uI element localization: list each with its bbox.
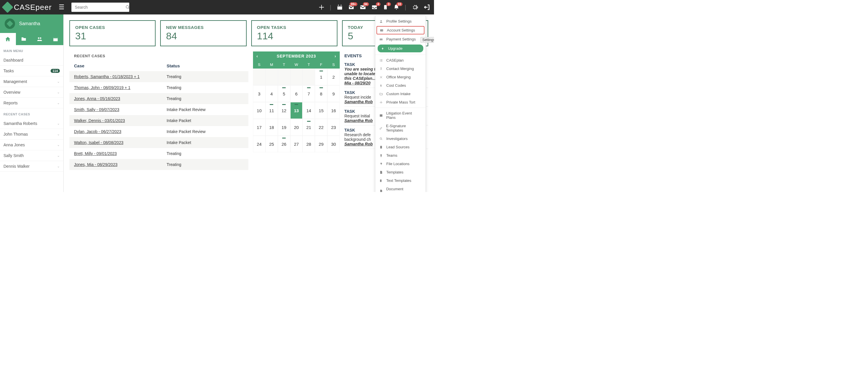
app-logo[interactable]: CASEpeer [3, 3, 52, 12]
settings-menu-item[interactable]: Lead Sources [375, 143, 426, 151]
calendar-day[interactable]: 18 [266, 119, 278, 136]
calendar-day[interactable]: 30 [327, 136, 340, 152]
calendar-day[interactable]: 11 [266, 102, 278, 119]
settings-menu-item[interactable]: Templates [375, 168, 426, 177]
calendar-day[interactable]: 7 [303, 85, 315, 102]
recent-case-link[interactable]: Dennis Walker⌄ [0, 161, 63, 172]
stat-card[interactable]: OPEN CASES31 [69, 20, 156, 46]
plus-icon[interactable] [318, 4, 325, 10]
merge2-icon [379, 75, 383, 79]
menu-item[interactable]: Management⌄ [0, 76, 63, 87]
settings-menu-item[interactable]: Profile Settings [375, 17, 426, 26]
case-link[interactable]: Walton, Isabel - 08/08/2023 [74, 140, 123, 145]
calendar-day[interactable]: 15 [315, 102, 327, 119]
bell-icon[interactable]: 33 [393, 4, 400, 10]
topbar: CASEpeer ☰ | 99+ 84 4 3 33 | [0, 0, 434, 14]
cases-table: Case Status Roberts, Samantha - 01/18/20… [69, 60, 248, 170]
recent-case-link[interactable]: John Thomas⌄ [0, 129, 63, 140]
nav-users-icon[interactable] [32, 33, 48, 45]
calendar-day[interactable]: 17 [253, 119, 266, 136]
settings-menu-item[interactable]: Investigators [375, 134, 426, 143]
calendar-day[interactable]: 23 [327, 119, 340, 136]
mobile-icon[interactable]: 3 [383, 4, 388, 10]
calendar-day[interactable]: 14 [303, 102, 315, 119]
case-link[interactable]: Smith, Sally - 09/07/2023 [74, 107, 119, 112]
calendar-day[interactable]: 2 [327, 68, 340, 85]
settings-menu-item[interactable]: File Locations [375, 160, 426, 168]
settings-menu-item[interactable]: Payment Settings [375, 35, 426, 43]
calendar-day[interactable]: 22 [315, 119, 327, 136]
calendar-day[interactable]: 4 [266, 85, 278, 102]
settings-menu-item[interactable]: Teams [375, 151, 426, 160]
calendar-day[interactable]: 21 [303, 119, 315, 136]
settings-menu-item[interactable]: Office Merging [375, 73, 426, 81]
settings-menu-item[interactable]: Account Settings [376, 26, 425, 34]
nav-folder-icon[interactable] [16, 33, 32, 45]
calendar-day[interactable]: 25 [266, 136, 278, 152]
menu-item[interactable]: Reports⌄ [0, 98, 63, 108]
calendar-day[interactable]: 12 [278, 102, 290, 119]
case-link[interactable]: Jones, Mia - 08/29/2023 [74, 162, 117, 167]
search-box[interactable] [71, 3, 129, 12]
settings-menu-item[interactable]: Document Categories [375, 185, 426, 192]
hamburger-menu-icon[interactable]: ☰ [59, 3, 64, 11]
calendar-day[interactable]: 28 [303, 136, 315, 152]
stat-card[interactable]: NEW MESSAGES84 [160, 20, 246, 46]
settings-menu-item[interactable]: Upgrade [378, 44, 423, 52]
calendar-next-icon[interactable]: › [335, 54, 336, 58]
search-input[interactable] [75, 5, 125, 9]
case-link[interactable]: Brett, Milly - 09/01/2023 [74, 151, 117, 156]
settings-menu-item[interactable]: Text Templates [375, 177, 426, 185]
calendar-day[interactable]: 29 [315, 136, 327, 152]
menu-item[interactable]: Overview⌄ [0, 87, 63, 98]
calendar-day[interactable]: 1 [315, 68, 327, 85]
gear-icon[interactable] [411, 4, 418, 11]
table-row: Thomas, John - 08/09/2019 + 1Treating [69, 82, 248, 93]
search-icon[interactable] [125, 5, 130, 9]
nav-home-icon[interactable] [0, 33, 16, 45]
calendar-day[interactable]: 6 [290, 85, 303, 102]
settings-menu-item[interactable]: $Cost Codes [375, 81, 426, 90]
calendar-day[interactable]: 10 [253, 102, 266, 119]
settings-menu-item[interactable]: Custom Intake [375, 90, 426, 98]
calendar-day[interactable]: 3 [253, 85, 266, 102]
card-icon [379, 38, 383, 41]
calendar-prev-icon[interactable]: ‹ [256, 54, 258, 58]
case-link[interactable]: Dylan, Jacob - 06/27/2023 [74, 129, 121, 134]
nav-calendar-icon[interactable] [48, 33, 63, 45]
logout-icon[interactable] [424, 4, 431, 11]
case-link[interactable]: Roberts, Samantha - 01/18/2023 + 1 [74, 74, 140, 79]
envelope-icon[interactable]: 84 [360, 4, 366, 10]
case-link[interactable]: Thomas, John - 08/09/2019 + 1 [74, 85, 130, 90]
settings-menu-item[interactable]: Litigation Event Plans [375, 109, 426, 122]
case-link[interactable]: Jones, Anna - 05/16/2023 [74, 96, 120, 101]
calendar-icon[interactable] [337, 4, 343, 10]
recent-case-link[interactable]: Sally Smith⌄ [0, 150, 63, 161]
calendar-day[interactable]: 26 [278, 136, 290, 152]
recent-case-link[interactable]: Anna Jones⌄ [0, 140, 63, 150]
calendar-day[interactable]: 9 [327, 85, 340, 102]
calendar-day[interactable]: 8 [315, 85, 327, 102]
settings-menu-item[interactable]: Contact Merging [375, 64, 426, 73]
user-block[interactable]: Samantha [0, 14, 63, 33]
menu-item[interactable]: Dashboard [0, 55, 63, 66]
bell-badge: 33 [396, 2, 402, 6]
calendar-day[interactable]: 13 [290, 102, 303, 119]
stat-card[interactable]: OPEN TASKS114 [251, 20, 337, 46]
menu-item[interactable]: Tasks114 [0, 66, 63, 76]
calendar-day[interactable]: 24 [253, 136, 266, 152]
check-envelope-icon[interactable]: 99+ [348, 4, 354, 10]
calendar-day[interactable]: 16 [327, 102, 340, 119]
calendar-day[interactable]: 19 [278, 119, 290, 136]
calendar-day[interactable]: 27 [290, 136, 303, 152]
table-header: Case Status [69, 60, 248, 71]
recent-case-link[interactable]: Samantha Roberts⌄ [0, 118, 63, 129]
settings-menu-item[interactable]: CASEplan [375, 56, 426, 64]
settings-menu-item[interactable]: E-Signature Templates [375, 122, 426, 134]
calendar-day[interactable]: 20 [290, 119, 303, 136]
settings-menu-item[interactable]: Private Mass Tort [375, 98, 426, 106]
case-link[interactable]: Walker, Dennis - 03/01/2023 [74, 118, 125, 123]
svg-rect-17 [382, 30, 383, 30]
calendar-day[interactable]: 5 [278, 85, 290, 102]
inbox-icon[interactable]: 4 [371, 4, 378, 10]
